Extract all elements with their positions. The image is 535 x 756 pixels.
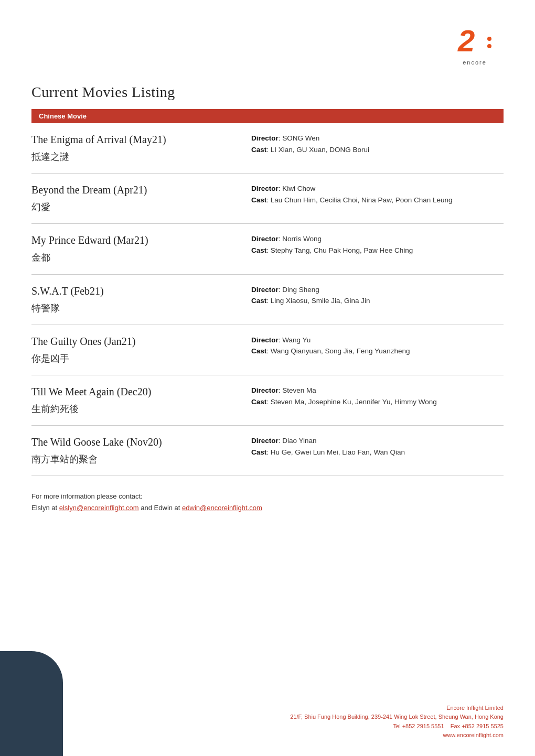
edwin-email-link[interactable]: edwin@encoreinflight.com [182,504,262,512]
contact-prefix: Elslyn at [31,504,59,512]
cast-label: Cast [251,347,266,355]
elslyn-email-link[interactable]: elslyn@encoreinflight.com [59,504,139,512]
movie-row: The Guilty Ones (Jan21)你是凶手Director: Wan… [31,325,504,375]
movie-info-cell: Director: SONG WenCast: LI Xian, GU Xuan… [244,123,504,174]
movie-row: My Prince Edward (Mar21)金都Director: Norr… [31,224,504,274]
director-name: Steven Ma [282,386,316,394]
contact-line1: For more information please contact: [31,491,504,502]
director-name: Ding Sheng [282,286,319,294]
movie-title-cell: The Enigma of Arrival (May21)抵達之謎 [31,123,244,174]
cast-names: Wang Qianyuan, Song Jia, Feng Yuanzheng [271,347,410,355]
movie-english-title: S.W.A.T (Feb21) [31,284,237,298]
movie-title-cell: S.W.A.T (Feb21)特警隊 [31,274,244,325]
movie-chinese-title: 南方車站的聚會 [31,453,237,466]
section-header: Chinese Movie [31,109,504,123]
movie-info-cell: Director: Diao YinanCast: Hu Ge, Gwei Lu… [244,426,504,476]
cast-label: Cast [251,448,266,456]
svg-text:2: 2 [457,24,475,58]
logo: 2 encore [446,21,504,68]
logo-area: 2 encore [31,21,504,68]
movie-english-title: The Guilty Ones (Jan21) [31,334,237,348]
director-name: Norris Wong [282,235,322,243]
cast-names: Steven Ma, Josephine Ku, Jennifer Yu, Hi… [271,398,437,406]
cast-label: Cast [251,398,266,406]
movie-english-title: The Wild Goose Lake (Nov20) [31,435,237,449]
movie-row: S.W.A.T (Feb21)特警隊Director: Ding ShengCa… [31,274,504,325]
movie-title-cell: The Guilty Ones (Jan21)你是凶手 [31,325,244,375]
movie-title-cell: Till We Meet Again (Dec20)生前約死後 [31,375,244,425]
director-label: Director [251,185,279,192]
company-contact: Tel +852 2915 5551 Fax +852 2915 5525 [290,722,504,731]
company-web: www.encoreinflight.com [290,731,504,740]
company-footer: Encore Inflight Limited 21/F, Shiu Fung … [290,704,504,740]
movie-title-cell: Beyond the Dream (Apr21)幻愛 [31,174,244,224]
movie-row: The Enigma of Arrival (May21)抵達之謎Directo… [31,123,504,174]
movie-info-cell: Director: Wang YuCast: Wang Qianyuan, So… [244,325,504,375]
movie-info-cell: Director: Steven MaCast: Steven Ma, Jose… [244,375,504,425]
cast-names: Ling Xiaosu, Smile Jia, Gina Jin [271,297,370,305]
director-label: Director [251,286,279,294]
company-tel: Tel +852 2915 5551 [393,723,444,729]
director-label: Director [251,336,279,344]
movie-row: The Wild Goose Lake (Nov20)南方車站的聚會Direct… [31,426,504,476]
cast-label: Cast [251,196,266,204]
decorative-shape [0,651,63,756]
cast-label: Cast [251,246,266,254]
company-address: 21/F, Shiu Fung Hong Building, 239-241 W… [290,712,504,722]
logo-text: encore [463,59,487,66]
footer-contact: For more information please contact: Els… [31,491,504,514]
director-label: Director [251,386,279,394]
director-name: Diao Yinan [282,437,316,445]
movie-english-title: The Enigma of Arrival (May21) [31,133,237,146]
director-label: Director [251,134,279,142]
director-label: Director [251,235,279,243]
director-name: Kiwi Chow [282,185,315,192]
cast-names: LI Xian, GU Xuan, DONG Borui [271,146,369,154]
svg-point-2 [487,44,491,48]
cast-names: Hu Ge, Gwei Lun Mei, Liao Fan, Wan Qian [271,448,405,456]
movie-row: Beyond the Dream (Apr21)幻愛Director: Kiwi… [31,174,504,224]
movie-english-title: My Prince Edward (Mar21) [31,233,237,247]
movie-chinese-title: 抵達之謎 [31,150,237,164]
cast-label: Cast [251,297,266,305]
movie-chinese-title: 幻愛 [31,201,237,214]
cast-names: Stephy Tang, Chu Pak Hong, Paw Hee Ching [271,246,413,254]
cast-names: Lau Chun Him, Cecilia Choi, Nina Paw, Po… [271,196,453,204]
director-name: SONG Wen [282,134,319,142]
movie-title-cell: The Wild Goose Lake (Nov20)南方車站的聚會 [31,426,244,476]
movie-info-cell: Director: Kiwi ChowCast: Lau Chun Him, C… [244,174,504,224]
movie-info-cell: Director: Ding ShengCast: Ling Xiaosu, S… [244,274,504,325]
contact-mid: and Edwin at [139,504,182,512]
director-label: Director [251,437,279,445]
section-header-label: Chinese Movie [39,112,87,120]
movie-english-title: Till We Meet Again (Dec20) [31,385,237,398]
movie-chinese-title: 特警隊 [31,302,237,315]
movie-title-cell: My Prince Edward (Mar21)金都 [31,224,244,274]
movie-english-title: Beyond the Dream (Apr21) [31,183,237,197]
company-fax: Fax +852 2915 5525 [451,723,504,729]
director-name: Wang Yu [282,336,311,344]
encore-logo-icon: 2 [454,24,496,58]
contact-line2: Elslyn at elslyn@encoreinflight.com and … [31,502,504,514]
movie-row: Till We Meet Again (Dec20)生前約死後Director:… [31,375,504,425]
svg-point-1 [487,37,491,41]
movie-chinese-title: 金都 [31,251,237,264]
cast-label: Cast [251,146,266,154]
page-title: Current Movies Listing [31,84,504,101]
company-name: Encore Inflight Limited [290,704,504,713]
movies-table: The Enigma of Arrival (May21)抵達之謎Directo… [31,123,504,476]
movie-info-cell: Director: Norris WongCast: Stephy Tang, … [244,224,504,274]
movie-chinese-title: 你是凶手 [31,352,237,365]
movie-chinese-title: 生前約死後 [31,403,237,416]
